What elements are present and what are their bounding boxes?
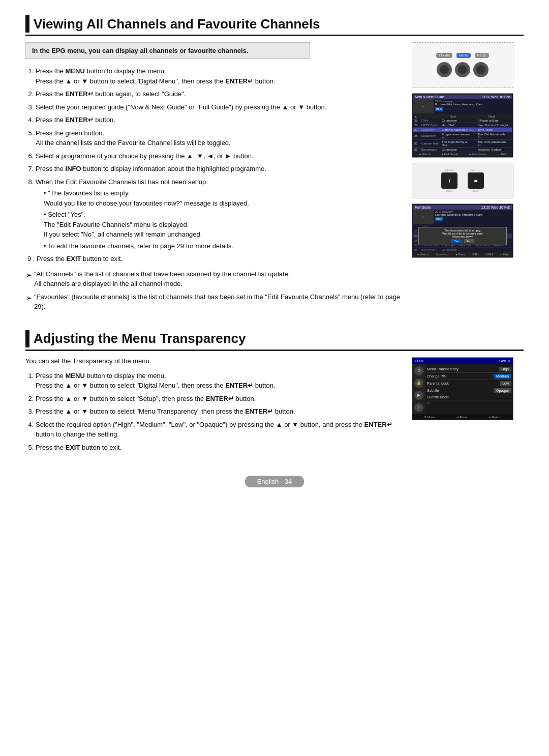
info-badge2: INFO <box>435 217 443 221</box>
favorites-dialog: The favourites list is empty. Would you … <box>418 227 507 245</box>
section2-steps: Press the MENU button to display the men… <box>25 371 402 453</box>
info-key: i <box>441 172 458 189</box>
section1-text: In the EPG menu, you can display all cha… <box>25 42 402 315</box>
setup-icon-1: ⚙ <box>414 366 423 375</box>
note-2: ➢ "Favourites" (favourite channels) is t… <box>25 292 402 312</box>
menu-btn: MENU <box>456 53 471 58</box>
section2: Adjusting the Menu Transparency You can … <box>25 330 524 458</box>
setup-icons-col: ⚙ 🔒 ▶ ▽ <box>412 364 425 414</box>
setup-row-pin: Change PIN Medium <box>427 373 511 380</box>
epg2-thumb: ▶ <box>413 210 434 224</box>
setup-row-subtitle: Subtitle Opaque <box>427 387 511 394</box>
setup-arrow: ▽ <box>427 400 511 406</box>
s2-step-2: Press the ▲ or ▼ button to select "Setup… <box>36 394 402 404</box>
epg2-info: 27 Discovery Extreme Machines: Armoured … <box>435 210 512 224</box>
step-7: Press the INFO button to display informa… <box>36 164 402 174</box>
psize-btn: P.SIZE <box>475 53 489 58</box>
setup-row-subtitle-mode: Subtitle Mode <box>427 394 511 400</box>
epg-screen-1: Now & Next Guide 13:20 Wed 16 Feb ▶ 27 D… <box>412 93 513 158</box>
step-4: Press the ENTER↵ button. <box>36 115 402 125</box>
setup-screen: DTV Setup ⚙ 🔒 ▶ ▽ Menu Transparency <box>412 357 513 420</box>
section1: Viewing All Channels and Favourite Chann… <box>25 15 524 315</box>
dialog-no-btn: No <box>464 239 474 243</box>
section2-intro: You can set the Transparency of the menu… <box>25 357 402 365</box>
section1-intro: In the EPG menu, you can display all cha… <box>25 42 310 59</box>
setup-nav: ⇕ Move ↵ Enter ↩ Return <box>412 414 513 420</box>
setup-icon-2: 🔒 <box>414 379 423 388</box>
epg1-thumb: ▶ <box>413 99 434 113</box>
step8-note2: • Select "Yes". The "Edit Favourite Chan… <box>36 210 402 240</box>
page-number: English - 34 <box>245 476 304 487</box>
info-exit-remote: INFO Ⓘ i INFO EXIT Ⓘ ⏏ EXIT <box>412 163 513 198</box>
exit-key: ⏏ <box>468 172 484 189</box>
s2-step-1: Press the MENU button to display the men… <box>36 371 402 391</box>
epg1-table: 25ITV4CountdownA Patch of Blue 26UKTV St… <box>413 119 512 152</box>
epg1-info: 27 Discovery Extreme Machines: Armoured … <box>435 99 512 113</box>
remote-circle-btn <box>437 62 452 77</box>
setup-row-parental: Parental Lock Low <box>427 380 511 387</box>
setup-row-transparency: Menu Transparency High <box>427 366 511 373</box>
step-6: Select a programme of your choice by pre… <box>36 151 402 161</box>
parental-low: Low <box>500 381 511 386</box>
epg-screen-2: Full Guide 13:20 Wed 16 Feb ▶ 27 Discove… <box>412 203 513 258</box>
remote-circle-btn3 <box>473 62 489 77</box>
step-1: Press the MENU button to display the men… <box>36 66 402 86</box>
setup-header: DTV Setup <box>412 358 513 364</box>
epg1-footer: ● Watch ● Full Guide ● Favourites → Exit <box>413 152 512 156</box>
dialog-yes-btn: Yes <box>451 239 462 243</box>
epg2-footer: ● Watch Now/Next ● Favs -24H +24H →Exit <box>413 252 512 256</box>
info-key-group: INFO Ⓘ i INFO <box>441 168 458 193</box>
section2-title: Adjusting the Menu Transparency <box>25 330 524 351</box>
step8-note1: • "The favourites list is empty. Would y… <box>36 188 402 208</box>
remote-top-image: TTXMIX MENU P.SIZE <box>412 42 513 88</box>
note-1: ➢ "All Channels" is the list of channels… <box>25 269 402 289</box>
transparency-high: High <box>499 367 511 371</box>
title-bar <box>25 15 29 33</box>
info-badge: INFO <box>435 107 443 111</box>
step8-note3: • To edit the favourite channels, refer … <box>36 241 402 251</box>
section1-title: Viewing All Channels and Favourite Chann… <box>25 15 524 36</box>
remote-circle-btn2 <box>455 62 470 77</box>
title-bar2 <box>25 330 29 347</box>
s2-step-4: Select the required option ("High", "Med… <box>36 420 402 440</box>
step-5: Press the green button. All the channel … <box>36 128 402 148</box>
epg2-header: Full Guide 13:20 Wed 16 Feb <box>413 205 512 210</box>
section2-text: You can set the Transparency of the menu… <box>25 357 402 458</box>
setup-icon-3: ▶ <box>414 391 423 400</box>
section2-images: DTV Setup ⚙ 🔒 ▶ ▽ Menu Transparency <box>412 357 524 458</box>
page-number-container: English - 34 <box>25 478 524 485</box>
step-3: Select the your required guide ("Now & N… <box>36 102 402 112</box>
section1-steps: Press the MENU button to display the men… <box>25 66 402 264</box>
s2-step-3: Press the ▲ or ▼ button to select "Menu … <box>36 406 402 417</box>
ttxmix-btn: TTXMIX <box>436 53 452 58</box>
subtitle-opaque: Opaque <box>494 388 511 393</box>
epg1-header: Now & Next Guide 13:20 Wed 16 Feb <box>413 95 512 99</box>
section1-images: TTXMIX MENU P.SIZE <box>412 42 524 315</box>
pin-medium: Medium <box>494 374 511 379</box>
step-8: When the Edit Favourite Channels list ha… <box>36 177 402 251</box>
s2-step-5: Press the EXIT button to exit. <box>36 443 402 453</box>
step-9: 9 . Press the EXIT button to exit. <box>27 254 402 264</box>
setup-icon-4: ▽ <box>414 403 423 412</box>
exit-key-group: EXIT Ⓘ ⏏ EXIT <box>468 168 484 193</box>
step-2: Press the ENTER↵ button again, to select… <box>36 89 402 99</box>
